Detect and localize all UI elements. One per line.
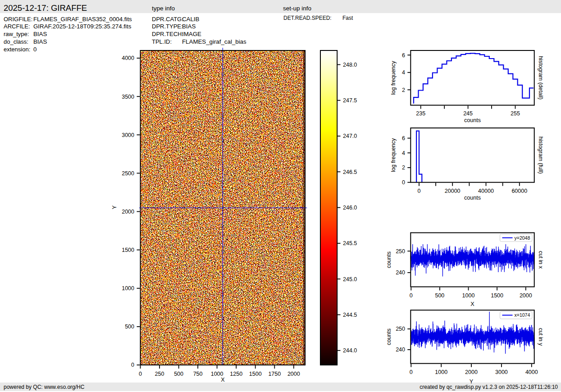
svg-text:244.5: 244.5 [343, 312, 357, 318]
svg-text:6: 6 [402, 135, 405, 141]
svg-text:1000: 1000 [122, 285, 134, 292]
svg-text:40000: 40000 [478, 188, 494, 194]
svg-text:0: 0 [410, 369, 413, 375]
svg-text:X: X [470, 301, 474, 307]
svg-text:245.0: 245.0 [343, 276, 357, 283]
svg-text:240: 240 [396, 346, 405, 353]
svg-text:1750: 1750 [268, 371, 281, 377]
svg-text:2: 2 [402, 164, 405, 171]
svg-text:250: 250 [396, 248, 405, 255]
svg-text:log frequency: log frequency [390, 60, 397, 95]
svg-text:246.5: 246.5 [343, 169, 357, 175]
svg-text:750: 750 [193, 371, 203, 377]
svg-text:y=2048: y=2048 [515, 235, 530, 241]
svg-text:60000: 60000 [511, 188, 527, 194]
svg-text:X: X [221, 377, 225, 383]
svg-text:2000: 2000 [520, 292, 532, 299]
svg-text:0: 0 [402, 179, 405, 186]
svg-text:1500: 1500 [249, 371, 262, 377]
svg-text:1000: 1000 [462, 292, 475, 299]
svg-text:counts: counts [464, 117, 481, 123]
svg-text:0: 0 [131, 362, 134, 368]
svg-text:0: 0 [418, 188, 421, 194]
svg-text:245: 245 [463, 110, 473, 117]
svg-text:2: 2 [402, 87, 405, 93]
svg-text:2000: 2000 [287, 371, 300, 377]
svg-text:240: 240 [396, 269, 405, 276]
svg-text:1500: 1500 [122, 247, 134, 253]
svg-text:histogram (full): histogram (full) [538, 137, 544, 174]
svg-text:0: 0 [410, 292, 413, 299]
svg-text:2500: 2500 [122, 170, 134, 177]
svg-text:1500: 1500 [491, 292, 503, 299]
svg-text:Y: Y [111, 205, 118, 209]
svg-text:235: 235 [416, 110, 425, 117]
svg-text:Y: Y [470, 378, 474, 385]
svg-text:log frequency: log frequency [390, 138, 397, 172]
svg-text:x=1074: x=1074 [515, 312, 530, 318]
svg-text:4: 4 [402, 150, 405, 156]
svg-text:248.0: 248.0 [343, 62, 357, 68]
svg-text:3000: 3000 [122, 132, 134, 138]
svg-text:counts: counts [386, 251, 392, 268]
svg-text:2000: 2000 [465, 369, 478, 375]
svg-text:3500: 3500 [122, 94, 134, 100]
svg-text:4000: 4000 [525, 369, 538, 375]
svg-text:cut in y: cut in y [538, 328, 544, 346]
svg-text:247.0: 247.0 [343, 133, 357, 139]
svg-text:246.0: 246.0 [343, 205, 357, 211]
svg-text:250: 250 [155, 371, 164, 377]
svg-text:20000: 20000 [445, 188, 461, 194]
svg-text:500: 500 [125, 324, 134, 330]
svg-text:0: 0 [139, 371, 142, 377]
svg-text:1000: 1000 [211, 371, 223, 377]
svg-text:2000: 2000 [122, 209, 134, 215]
svg-text:3000: 3000 [495, 369, 508, 375]
svg-text:250: 250 [396, 326, 405, 332]
svg-text:245.5: 245.5 [343, 240, 357, 246]
svg-text:6: 6 [402, 52, 405, 59]
svg-text:4000: 4000 [122, 55, 134, 61]
svg-text:counts: counts [464, 195, 481, 201]
svg-text:counts: counts [386, 328, 392, 345]
svg-text:255: 255 [511, 110, 520, 117]
svg-text:1000: 1000 [435, 369, 447, 375]
svg-text:cut in x: cut in x [538, 251, 544, 269]
svg-text:500: 500 [174, 371, 183, 377]
svg-text:histogram (detail): histogram (detail) [538, 56, 544, 100]
svg-text:500: 500 [435, 292, 444, 299]
svg-text:244.0: 244.0 [343, 347, 357, 354]
svg-text:4: 4 [402, 69, 405, 76]
svg-text:1250: 1250 [230, 371, 242, 377]
svg-text:247.5: 247.5 [343, 97, 357, 104]
